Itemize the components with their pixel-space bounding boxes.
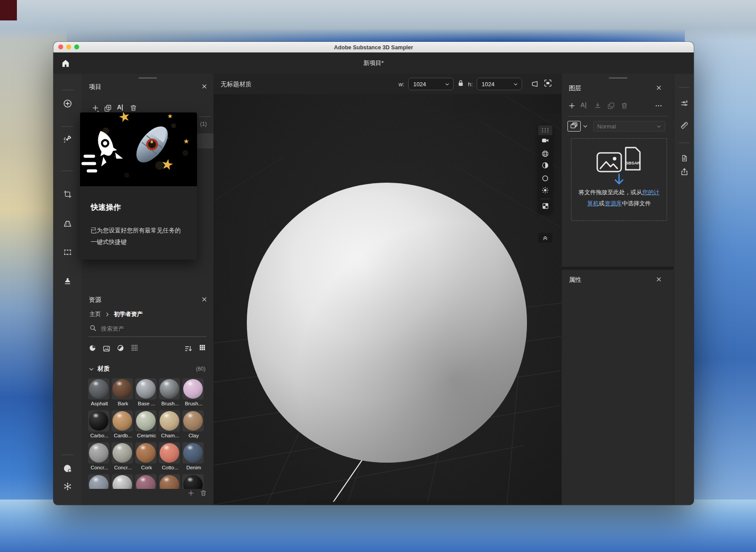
- material-item[interactable]: [88, 474, 109, 489]
- dropzone-text-part: 将文件拖放至此处，或从: [579, 189, 642, 196]
- perspective-tool-button[interactable]: [63, 219, 72, 228]
- rocket-icon: [63, 138, 72, 145]
- environment-button[interactable]: [538, 148, 552, 160]
- add-material-button[interactable]: [187, 489, 195, 497]
- layers-stack-icon: [570, 122, 578, 131]
- material-item[interactable]: Cardb...: [112, 410, 133, 442]
- duplicate-project-button[interactable]: [104, 104, 112, 112]
- layer-type-chevron[interactable]: [583, 124, 588, 129]
- height-dropdown[interactable]: 1024: [477, 78, 522, 90]
- quick-actions-button[interactable]: [63, 134, 72, 146]
- filter-filters-icon[interactable]: [117, 344, 125, 354]
- lock-ratio-button[interactable]: [458, 80, 464, 88]
- duplicate-layer-button[interactable]: [607, 102, 615, 110]
- material-item[interactable]: Carbo...: [88, 410, 109, 442]
- share-export-button[interactable]: [680, 168, 688, 176]
- camera-settings-button[interactable]: [538, 135, 552, 148]
- delete-project-button[interactable]: [129, 104, 137, 112]
- layer-stack-button[interactable]: [567, 121, 581, 132]
- node-snowflake-icon: [63, 485, 72, 492]
- add-asset-button[interactable]: [63, 99, 72, 108]
- clone-stamp-tool-button[interactable]: [63, 277, 72, 288]
- material-item[interactable]: Concr...: [112, 442, 133, 474]
- file-dropzone[interactable]: SBSAR 将文件拖放至此处，或从您的计算机或资源库中选择文件: [571, 138, 667, 221]
- delete-material-button[interactable]: [200, 489, 207, 497]
- more-options-button[interactable]: [655, 102, 663, 112]
- material-item[interactable]: Brush...: [159, 378, 180, 410]
- trash-icon: [129, 104, 137, 112]
- document-button[interactable]: [680, 154, 688, 162]
- material-item[interactable]: Bark: [112, 378, 133, 410]
- filters-button[interactable]: [680, 99, 689, 108]
- viewport-toolbar: [538, 125, 552, 213]
- material-item[interactable]: [112, 474, 133, 489]
- view-mode-button[interactable]: [531, 80, 539, 88]
- search-underline: [88, 336, 206, 337]
- library-link[interactable]: 资源库: [605, 200, 622, 207]
- tiling-tool-button[interactable]: [63, 248, 72, 259]
- delete-layer-button[interactable]: [620, 102, 628, 110]
- material-item[interactable]: Cham...: [159, 410, 180, 442]
- filter-images-icon[interactable]: [102, 344, 111, 353]
- materials-group-count: (60): [196, 366, 205, 372]
- breadcrumb-home[interactable]: 主页: [89, 310, 101, 318]
- collapse-toolbar-button[interactable]: [538, 233, 552, 243]
- material-item[interactable]: Denim: [182, 442, 204, 474]
- width-dropdown[interactable]: 1024: [408, 78, 454, 90]
- fullscreen-button[interactable]: [543, 79, 552, 89]
- material-item[interactable]: Asphalt: [88, 378, 109, 410]
- viewport-canvas[interactable]: 0 ms/103 fps: [213, 94, 561, 505]
- home-button[interactable]: [61, 59, 70, 70]
- stamp-icon: [63, 280, 72, 287]
- close-project-panel-button[interactable]: [201, 84, 207, 89]
- merge-layer-button[interactable]: [594, 102, 602, 110]
- crop-tool-button[interactable]: [63, 190, 72, 199]
- material-item[interactable]: [135, 474, 157, 489]
- material-item[interactable]: Ceramic: [135, 410, 157, 442]
- search-input[interactable]: [100, 323, 191, 334]
- rename-project-button[interactable]: A|: [117, 104, 123, 111]
- plugins-button[interactable]: [63, 482, 72, 493]
- material-item[interactable]: Cotto...: [159, 442, 180, 474]
- lighting-button[interactable]: [538, 185, 552, 197]
- layers-panel: 图层 A| Normal SBSAR: [562, 74, 674, 267]
- close-properties-panel-button[interactable]: [656, 276, 662, 282]
- panel-gap: [562, 267, 674, 270]
- quick-actions-body: 快速操作 已为您设置好您所有最常见任务的一键式快捷键: [80, 186, 197, 260]
- material-item[interactable]: Base ...: [135, 378, 157, 410]
- toolbar-drag-handle[interactable]: [538, 125, 552, 135]
- add-layer-button[interactable]: [568, 102, 576, 110]
- rename-layer-button[interactable]: A|: [580, 101, 587, 108]
- sort-button[interactable]: [184, 344, 193, 353]
- display-settings-button[interactable]: [63, 464, 72, 475]
- sphere-shading-icon: [541, 161, 549, 171]
- material-item[interactable]: Brush...: [182, 378, 204, 410]
- material-item[interactable]: Concr...: [88, 442, 109, 474]
- background-button[interactable]: [538, 200, 552, 213]
- material-item[interactable]: Clay: [182, 410, 204, 442]
- environment-rotation-button[interactable]: [538, 172, 552, 185]
- material-name: Concr...: [112, 465, 135, 470]
- measure-button[interactable]: [680, 121, 689, 130]
- add-project-button[interactable]: [91, 104, 100, 112]
- close-assets-panel-button[interactable]: [201, 296, 207, 302]
- plus-icon: [568, 102, 576, 110]
- material-item[interactable]: Cork: [135, 442, 157, 474]
- material-item[interactable]: [182, 474, 204, 489]
- displacement-button[interactable]: [538, 160, 552, 172]
- quick-actions-title: 快速操作: [91, 202, 186, 212]
- material-name: Bark: [112, 401, 135, 406]
- selected-project-row[interactable]: [196, 133, 213, 148]
- blend-mode-dropdown[interactable]: Normal: [593, 121, 665, 132]
- panel-drag-handle[interactable]: [609, 77, 627, 79]
- filter-patterns-icon[interactable]: [130, 344, 139, 354]
- white-rocket-icon: [81, 126, 133, 178]
- filter-materials-icon[interactable]: [88, 344, 97, 354]
- grid-view-button[interactable]: [198, 344, 206, 353]
- panel-drag-handle[interactable]: [138, 77, 157, 79]
- close-layers-panel-button[interactable]: [656, 85, 662, 91]
- crop-icon: [63, 190, 72, 199]
- material-item[interactable]: [159, 474, 180, 489]
- divider: [541, 199, 550, 199]
- materials-group-header[interactable]: 材质: [88, 365, 110, 373]
